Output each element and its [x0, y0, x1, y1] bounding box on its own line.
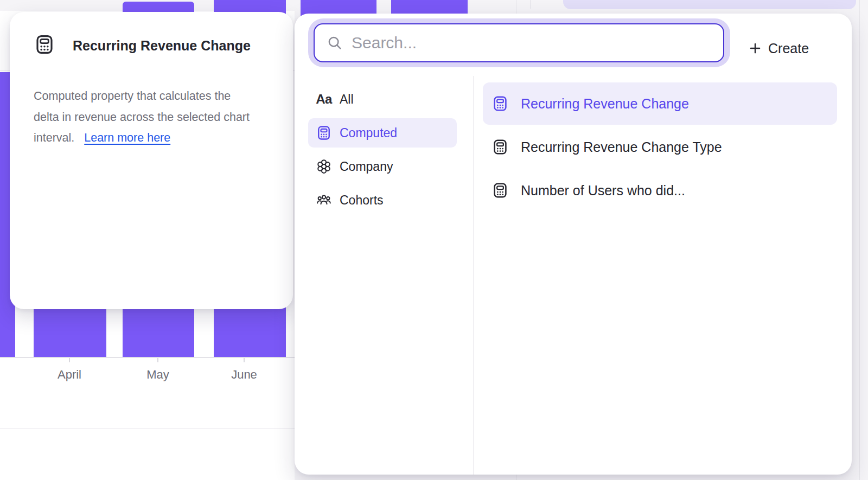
category-item-cohorts[interactable]: Cohorts — [308, 185, 457, 215]
learn-more-link[interactable]: Learn more here — [84, 131, 170, 144]
category-label: Company — [340, 159, 393, 174]
category-label: All — [340, 92, 354, 107]
category-label: Computed — [340, 126, 397, 140]
category-sidebar: Aa All Computed — [308, 85, 457, 219]
create-button-label: Create — [768, 41, 809, 56]
tooltip-description-line: Computed property that calculates the — [34, 86, 275, 107]
x-axis-label: April — [58, 368, 81, 382]
x-axis-label: May — [146, 368, 169, 382]
result-row-recurring-revenue-change-type[interactable]: Recurring Revenue Change Type — [483, 126, 837, 168]
text-format-icon: Aa — [316, 91, 332, 107]
axis-tick — [157, 358, 158, 362]
app-screenshot: April May June Recurring Revenue Change … — [0, 0, 868, 480]
category-item-computed[interactable]: Computed — [308, 118, 457, 148]
axis-tick — [244, 358, 245, 362]
search-box[interactable] — [314, 23, 724, 62]
result-label: Recurring Revenue Change Type — [521, 139, 722, 155]
section-divider-line — [0, 428, 295, 429]
tooltip-description-line: delta in revenue across the selected cha… — [34, 107, 275, 128]
search-icon — [327, 35, 343, 51]
company-icon — [316, 158, 332, 175]
calculator-icon — [316, 125, 332, 141]
search-input[interactable] — [350, 33, 712, 53]
result-row-recurring-revenue-change[interactable]: Recurring Revenue Change — [483, 82, 837, 125]
axis-tick — [69, 358, 70, 362]
calculator-icon — [492, 138, 509, 156]
category-item-company[interactable]: Company — [308, 152, 457, 181]
tooltip-description-line: interval. Learn more here — [34, 127, 275, 149]
calculator-icon — [34, 34, 55, 55]
cohorts-icon — [316, 192, 332, 208]
category-item-all[interactable]: Aa All — [308, 85, 457, 114]
vertical-divider — [473, 76, 474, 475]
create-button[interactable]: Create — [748, 37, 809, 59]
panel-divider-line — [530, 0, 531, 9]
calculator-icon — [492, 95, 509, 112]
x-axis-line — [0, 357, 295, 358]
x-axis-label: June — [231, 368, 257, 382]
category-label: Cohorts — [340, 193, 384, 208]
result-label: Number of Users who did... — [521, 183, 685, 199]
results-list: Recurring Revenue Change Recurring Reven… — [483, 82, 837, 213]
result-label: Recurring Revenue Change — [521, 96, 689, 112]
property-picker-panel: Create Aa All — [295, 14, 852, 475]
plus-icon — [748, 41, 762, 55]
result-row-number-of-users-who-did[interactable]: Number of Users who did... — [483, 169, 837, 212]
selected-chip-partial[interactable] — [563, 0, 856, 9]
tooltip-title: Recurring Revenue Change — [73, 38, 251, 54]
panel-edge-line — [859, 0, 860, 480]
tooltip-description-text: interval. — [34, 131, 74, 144]
calculator-icon — [492, 182, 509, 199]
property-tooltip-card: Recurring Revenue Change Computed proper… — [10, 12, 293, 309]
tooltip-description: Computed property that calculates the de… — [34, 86, 275, 149]
